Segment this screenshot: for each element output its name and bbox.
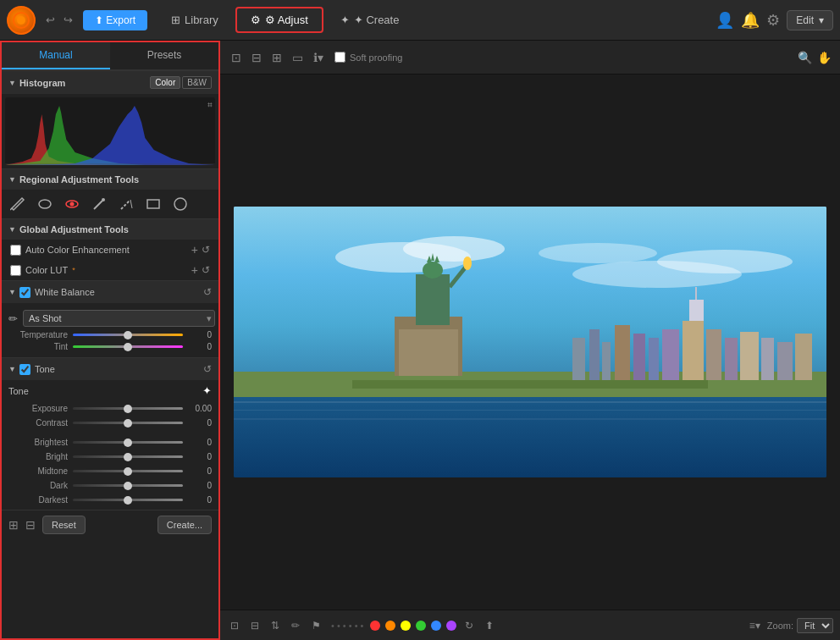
brush-tool[interactable] <box>90 195 108 213</box>
temperature-slider[interactable] <box>73 334 183 336</box>
tint-row: Tint 0 <box>8 342 212 351</box>
library-tab[interactable]: ⊞ Library <box>158 8 232 31</box>
eye-tool[interactable] <box>63 195 81 213</box>
tab-manual[interactable]: Manual <box>2 42 110 69</box>
tone-star-icon[interactable]: ✦ <box>202 384 212 397</box>
brightest-slider[interactable] <box>73 441 183 444</box>
color-mode-btn[interactable]: Color <box>150 76 180 89</box>
rect-tool[interactable] <box>144 195 163 213</box>
midtone-slider[interactable] <box>73 470 183 472</box>
tone-sub-row: Tone ✦ <box>2 380 218 401</box>
auto-color-actions: + ↺ <box>191 243 210 257</box>
color-lut-star: * <box>72 266 75 274</box>
single-view-btn[interactable]: ⊡ <box>227 618 242 633</box>
regional-title: Regional Adjustment Tools <box>19 174 212 185</box>
svg-rect-42 <box>761 338 774 380</box>
undo-button[interactable]: ↩ <box>42 12 58 28</box>
adjust-tab[interactable]: ⚙ ⚙ Adjust <box>235 7 323 33</box>
color-dot-purple[interactable] <box>446 621 456 631</box>
tone-header[interactable]: ▼ Tone ↺ <box>2 357 218 380</box>
tint-slider[interactable] <box>73 345 183 348</box>
create-button[interactable]: Create... <box>158 516 212 534</box>
exposure-value: 0.00 <box>188 404 212 413</box>
panel-icon-btn-2[interactable]: ⊟ <box>25 518 36 532</box>
bw-mode-btn[interactable]: B&W <box>182 76 212 89</box>
reset-button[interactable]: Reset <box>42 516 86 534</box>
edit-dropdown[interactable]: Edit ▾ <box>787 10 833 30</box>
fit-view-btn[interactable]: ⊡ <box>229 48 244 67</box>
auto-color-checkbox[interactable] <box>10 245 21 256</box>
contrast-row: Contrast 0 <box>2 418 218 428</box>
radial-tool[interactable] <box>36 195 54 213</box>
eyedropper-icon[interactable]: ✏ <box>8 312 18 325</box>
hand-tool-button[interactable]: ✋ <box>817 51 832 64</box>
panel-icon-btn-1[interactable]: ⊞ <box>8 518 19 532</box>
flag-btn[interactable]: ⚑ <box>308 618 324 633</box>
color-dot-green[interactable] <box>416 621 426 631</box>
redo-button[interactable]: ↪ <box>60 12 76 28</box>
wb-checkbox[interactable] <box>19 287 30 298</box>
panel-tabs: Manual Presets <box>2 42 218 70</box>
svg-rect-43 <box>777 342 793 380</box>
tone-checkbox[interactable] <box>19 364 30 375</box>
svg-rect-40 <box>725 338 738 380</box>
darkest-value: 0 <box>188 495 212 505</box>
gradient-tool[interactable] <box>8 195 27 213</box>
dual-view-btn[interactable]: ⊟ <box>247 618 262 633</box>
zoom-label: Zoom: <box>767 621 793 631</box>
auto-color-reset-icon[interactable]: ↺ <box>202 244 210 256</box>
export-bottom-btn[interactable]: ⬆ <box>482 618 497 633</box>
darkest-slider[interactable] <box>73 499 183 501</box>
color-lut-checkbox[interactable] <box>10 265 21 276</box>
auto-color-add-btn[interactable]: + <box>191 243 198 257</box>
top-bar: ↩ ↪ ⬆ Export ⊞ Library ⚙ ⚙ Adjust ✦ ✦ Cr… <box>0 0 840 41</box>
grid-view-btn[interactable]: ⊞ <box>269 48 285 67</box>
histogram-header[interactable]: ▼ Histogram Color B&W <box>2 70 218 94</box>
color-lut-label[interactable]: Color LUT* <box>10 265 75 276</box>
export-button[interactable]: ⬆ Export <box>83 10 147 30</box>
color-dot-yellow[interactable] <box>401 621 411 631</box>
color-lut-row: Color LUT* + ↺ <box>2 260 218 280</box>
rotate-btn[interactable]: ↻ <box>461 618 477 633</box>
sort-btn[interactable]: ⇅ <box>268 618 283 633</box>
list-sort-btn[interactable]: ≡▾ <box>746 618 764 633</box>
svg-line-10 <box>121 201 130 209</box>
filmstrip-btn[interactable]: ▭ <box>290 48 306 67</box>
compare-view-btn[interactable]: ⊟ <box>249 48 264 67</box>
regional-header[interactable]: ▼ Regional Adjustment Tools <box>2 168 218 190</box>
tone-reset-icon[interactable]: ↺ <box>203 363 212 375</box>
brightest-label: Brightest <box>8 438 68 447</box>
info-btn[interactable]: ℹ▾ <box>311 48 326 67</box>
svg-rect-44 <box>795 334 812 380</box>
circle-tool[interactable] <box>171 195 190 213</box>
auto-color-label[interactable]: Auto Color Enhancement <box>10 245 130 256</box>
erase-tool[interactable] <box>117 195 135 213</box>
right-area: ⊡ ⊟ ⊞ ▭ ℹ▾ Soft proofing 🔍 ✋ <box>220 41 840 640</box>
svg-point-18 <box>403 236 505 262</box>
search-button[interactable]: 🔍 <box>798 51 812 64</box>
svg-point-20 <box>657 250 793 273</box>
tab-presets[interactable]: Presets <box>110 42 218 69</box>
color-dot-red[interactable] <box>370 621 380 631</box>
wb-preset-dropdown[interactable]: As Shot <box>23 310 215 327</box>
zoom-dropdown[interactable]: Fit <box>797 618 833 633</box>
bright-slider[interactable] <box>73 455 183 458</box>
svg-rect-48 <box>234 410 826 411</box>
color-dot-blue[interactable] <box>431 621 441 631</box>
wb-enable-label[interactable]: White Balance <box>19 287 200 298</box>
create-tab[interactable]: ✦ ✦ Create <box>327 8 413 31</box>
global-header[interactable]: ▼ Global Adjustment Tools <box>2 218 218 240</box>
exposure-slider[interactable] <box>73 407 183 410</box>
soft-proof-checkbox[interactable] <box>334 52 345 63</box>
white-balance-header[interactable]: ▼ White Balance ↺ <box>2 280 218 303</box>
contrast-slider[interactable] <box>73 422 183 424</box>
tone-chevron: ▼ <box>8 365 16 373</box>
tone-enable-label[interactable]: Tone <box>19 364 200 375</box>
brush-bottom-btn[interactable]: ✏ <box>288 618 303 633</box>
wb-reset-icon[interactable]: ↺ <box>203 286 212 298</box>
color-lut-add-btn[interactable]: + <box>191 263 198 277</box>
dark-slider[interactable] <box>73 484 183 487</box>
color-dot-orange[interactable] <box>385 621 395 631</box>
color-lut-reset-icon[interactable]: ↺ <box>202 264 210 276</box>
svg-rect-15 <box>234 393 826 477</box>
